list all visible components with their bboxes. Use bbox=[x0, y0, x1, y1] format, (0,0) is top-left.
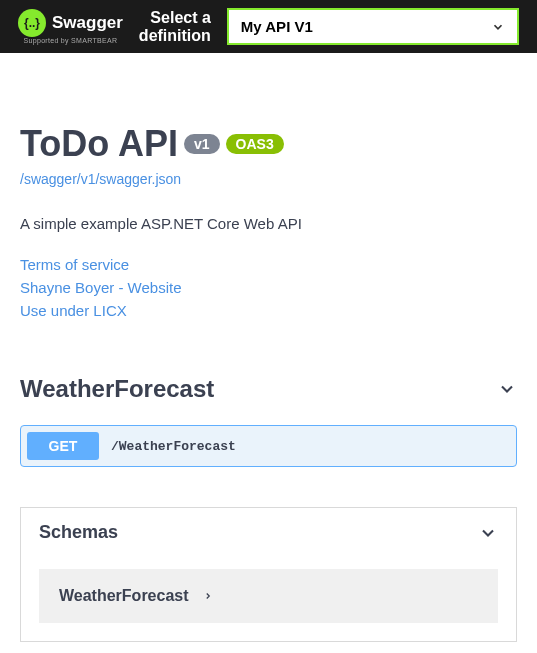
chevron-down-icon bbox=[478, 523, 498, 543]
schemas-section: Schemas WeatherForecast bbox=[20, 507, 517, 642]
http-method-badge: GET bbox=[27, 432, 99, 460]
schemas-title: Schemas bbox=[39, 522, 118, 543]
chevron-right-icon bbox=[203, 591, 213, 601]
oas-badge: OAS3 bbox=[226, 134, 284, 154]
swagger-json-link[interactable]: /swagger/v1/swagger.json bbox=[20, 171, 517, 187]
topbar: {..} Swagger Supported by SMARTBEAR Sele… bbox=[0, 0, 537, 53]
swagger-icon: {..} bbox=[18, 9, 46, 37]
definition-label: Select a definition bbox=[139, 9, 211, 44]
api-description: A simple example ASP.NET Core Web API bbox=[20, 215, 517, 232]
definition-select[interactable]: My API V1 bbox=[227, 8, 519, 45]
tag-header[interactable]: WeatherForecast bbox=[20, 375, 517, 407]
main-content: ToDo API v1 OAS3 /swagger/v1/swagger.jso… bbox=[0, 53, 537, 653]
brand-subtext: Supported by SMARTBEAR bbox=[24, 37, 118, 44]
schema-item-name: WeatherForecast bbox=[59, 587, 189, 605]
license-link[interactable]: Use under LICX bbox=[20, 302, 517, 319]
api-links: Terms of service Shayne Boyer - Website … bbox=[20, 256, 517, 319]
definition-selected-value: My API V1 bbox=[241, 18, 313, 35]
version-badge: v1 bbox=[184, 134, 220, 154]
tag-section: WeatherForecast GET /WeatherForecast bbox=[20, 375, 517, 467]
chevron-down-icon bbox=[491, 20, 505, 34]
contact-link[interactable]: Shayne Boyer - Website bbox=[20, 279, 517, 296]
tag-name: WeatherForecast bbox=[20, 375, 214, 403]
api-title: ToDo API v1 OAS3 bbox=[20, 123, 517, 165]
swagger-logo[interactable]: {..} Swagger Supported by SMARTBEAR bbox=[18, 9, 123, 44]
schemas-body: WeatherForecast bbox=[21, 557, 516, 641]
schemas-header[interactable]: Schemas bbox=[21, 508, 516, 557]
brand-text: Swagger bbox=[52, 13, 123, 33]
operation-block[interactable]: GET /WeatherForecast bbox=[20, 425, 517, 467]
schema-item[interactable]: WeatherForecast bbox=[39, 569, 498, 623]
terms-of-service-link[interactable]: Terms of service bbox=[20, 256, 517, 273]
chevron-down-icon bbox=[497, 379, 517, 399]
operation-path: /WeatherForecast bbox=[111, 439, 236, 454]
